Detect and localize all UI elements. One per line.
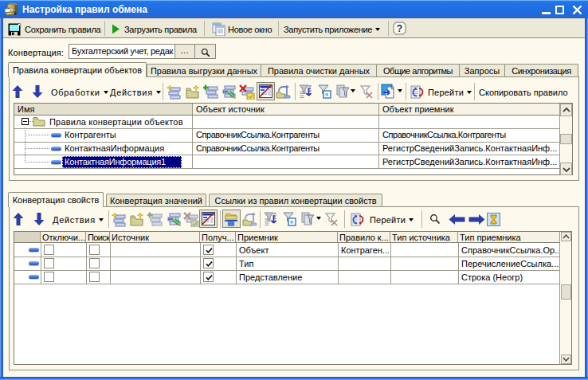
- svg-text:?: ?: [397, 23, 402, 34]
